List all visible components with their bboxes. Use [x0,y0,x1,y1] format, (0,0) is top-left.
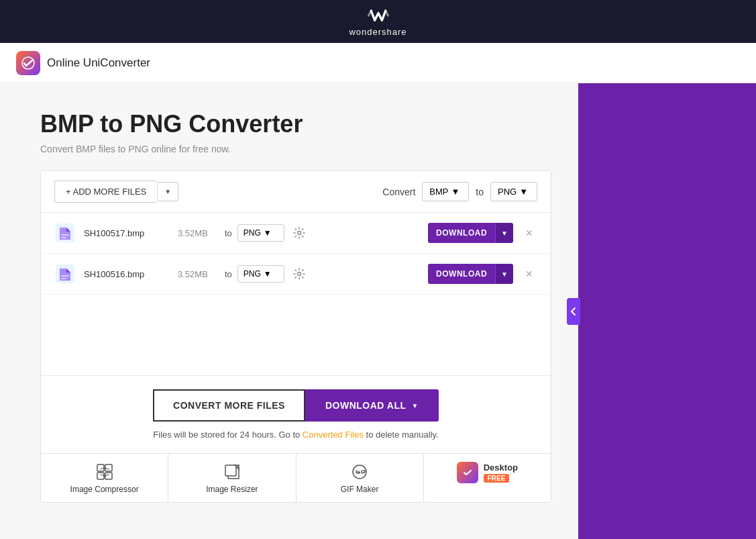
convert-controls: Convert BMP ▼ to PNG ▼ [382,182,537,201]
file-to-label: to [225,269,232,279]
brand-name: wondershare [349,27,407,37]
svg-rect-14 [105,464,112,471]
file-to-label: to [225,228,232,238]
tool-image-resizer[interactable]: Image Resizer [168,454,296,502]
add-files-button[interactable]: + ADD MORE FILES [54,181,157,203]
file-type-icon [54,263,76,285]
converted-files-link[interactable]: Converted Files [303,430,364,440]
to-label: to [476,187,484,197]
tools-bar: Image Compressor Image Resizer [41,453,551,502]
top-bar: wondershare [0,0,756,43]
desktop-badge: FREE [484,474,510,483]
file-row: SH100516.bmp 3.52MB to PNG ▼ DOWNLOAD ▼ [41,254,551,295]
svg-rect-4 [61,234,69,236]
app-logo-icon [16,51,40,75]
download-all-button[interactable]: DOWNLOAD ALL ▼ [305,389,439,422]
svg-rect-15 [97,473,104,479]
wondershare-logo: wondershare [349,7,407,37]
right-sidebar [578,83,756,539]
gif-icon [349,462,370,482]
content-area: BMP to PNG Converter Convert BMP files t… [0,83,578,539]
file-size: 3.52MB [178,228,225,238]
desktop-info: Desktop FREE [484,462,518,483]
close-icon[interactable]: ✕ [521,225,537,241]
tool-label: Image Resizer [206,485,258,494]
desktop-label: Desktop [484,462,518,473]
bottom-bar: CONVERT MORE FILES DOWNLOAD ALL ▼ Files … [41,375,551,453]
desktop-app-icon [457,462,478,483]
download-dropdown-button[interactable]: ▼ [495,264,513,284]
bottom-actions: CONVERT MORE FILES DOWNLOAD ALL ▼ [153,389,439,422]
empty-drop-area [41,295,551,375]
page-title: BMP to PNG Converter [40,110,551,138]
download-dropdown-button[interactable]: ▼ [495,223,513,243]
storage-note: Files will be stored for 24 hours. Go to… [153,430,438,440]
main-content: BMP to PNG Converter Convert BMP files t… [0,83,756,539]
svg-rect-16 [105,473,112,479]
file-name: SH100517.bmp [84,228,178,238]
svg-rect-5 [61,237,66,238]
file-type-icon [54,222,76,244]
tool-label: Image Compressor [70,485,139,494]
svg-rect-18 [225,465,236,476]
tool-desktop[interactable]: Desktop FREE [424,454,551,502]
download-group: DOWNLOAD ▼ [428,264,513,284]
svg-point-6 [297,232,301,235]
sidebar-toggle-icon[interactable] [567,298,580,325]
desktop-tool-content: Desktop FREE [457,462,518,483]
tool-label: GIF Maker [341,485,379,494]
page-subtitle: Convert BMP files to PNG online for free… [40,144,551,154]
app-logo: Online UniConverter [16,51,150,75]
download-button[interactable]: DOWNLOAD [428,264,495,284]
settings-icon[interactable] [290,224,309,242]
file-name: SH100516.bmp [84,269,178,279]
resizer-icon [222,462,242,482]
compressor-icon [95,462,115,482]
svg-rect-13 [97,464,104,471]
converter-panel: + ADD MORE FILES ▼ Convert BMP ▼ to PNG … [40,170,551,503]
file-row: SH100517.bmp 3.52MB to PNG ▼ DOWNLOAD ▼ [41,213,551,254]
app-header: Online UniConverter [0,43,756,83]
tool-image-compressor[interactable]: Image Compressor [41,454,168,502]
file-format-select[interactable]: PNG ▼ [237,265,284,283]
from-format-select[interactable]: BMP ▼ [422,182,469,201]
close-icon[interactable]: ✕ [521,266,537,282]
download-group: DOWNLOAD ▼ [428,223,513,243]
tool-gif-maker[interactable]: GIF Maker [296,454,424,502]
svg-rect-11 [61,278,66,279]
svg-point-12 [297,273,301,276]
svg-rect-10 [61,275,69,277]
convert-label: Convert [382,187,415,197]
settings-icon[interactable] [290,264,309,283]
download-button[interactable]: DOWNLOAD [428,223,495,243]
convert-more-button[interactable]: CONVERT MORE FILES [153,389,305,422]
to-format-select[interactable]: PNG ▼ [490,182,537,201]
file-size: 3.52MB [178,269,225,279]
toolbar-row: + ADD MORE FILES ▼ Convert BMP ▼ to PNG … [41,171,551,213]
file-format-select[interactable]: PNG ▼ [237,224,284,242]
add-files-group: + ADD MORE FILES ▼ [54,181,178,203]
download-all-arrow-icon: ▼ [412,402,419,409]
add-files-dropdown-button[interactable]: ▼ [157,182,178,201]
app-name: Online UniConverter [47,56,150,70]
